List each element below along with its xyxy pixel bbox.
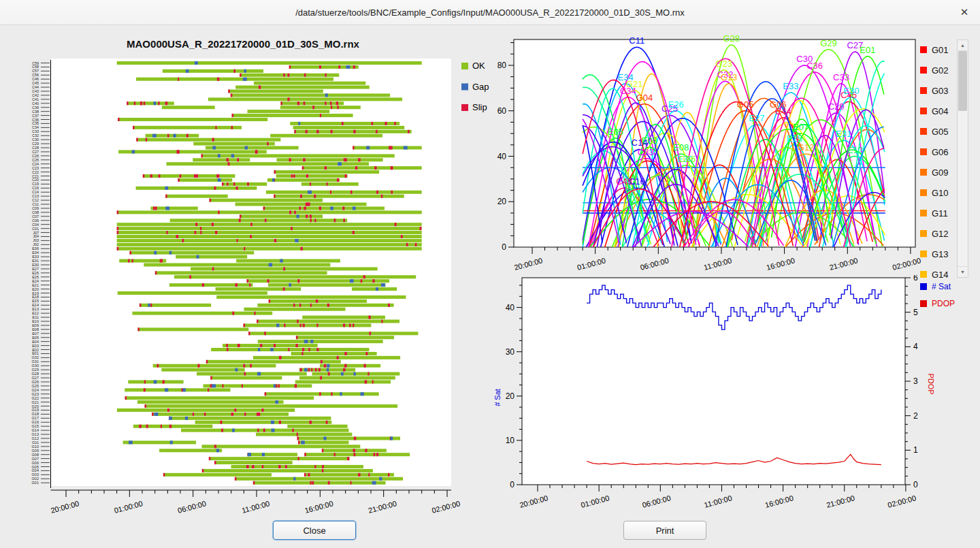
scrollbar-thumb[interactable] (958, 51, 967, 111)
svg-text:E08: E08 (673, 142, 689, 152)
svg-text:16:00:00: 16:00:00 (764, 494, 794, 509)
svg-text:20:00:00: 20:00:00 (513, 256, 543, 272)
svg-text:60: 60 (497, 106, 507, 116)
svg-text:20:00:00: 20:00:00 (50, 499, 80, 515)
legend-item-G11[interactable]: G11 (920, 203, 957, 223)
legend-item-label: G01 (932, 45, 949, 55)
svg-text:E05: E05 (608, 127, 623, 137)
scroll-up-icon[interactable]: ▲ (958, 40, 968, 51)
legend-item-label: G13 (932, 249, 949, 259)
svg-text:6: 6 (913, 275, 918, 283)
svg-text:C33: C33 (833, 72, 849, 82)
legend-item-G06[interactable]: G06 (920, 142, 957, 162)
legend-item-label: G04 (932, 106, 949, 116)
sat-pdop-chart: 010203040# Sat0123456PDOP20:00:0001:00:0… (490, 275, 980, 548)
svg-text:C44: C44 (775, 106, 791, 116)
availability-chart: MAO000USA_R_20221720000_01D_30S_MO.rnx20… (0, 25, 490, 517)
svg-text:E27: E27 (749, 113, 764, 123)
legend-item-G09[interactable]: G09 (920, 162, 957, 182)
svg-text:E12: E12 (847, 145, 863, 155)
svg-text:Slip: Slip (472, 102, 487, 112)
legend-item-label: G12 (932, 229, 949, 239)
svg-text:16:00:00: 16:00:00 (766, 256, 796, 272)
color-swatch (920, 148, 927, 155)
svg-text:3: 3 (913, 376, 918, 386)
legend-item-label: G03 (932, 86, 949, 96)
legend-item-G05[interactable]: G05 (920, 121, 957, 142)
svg-text:2: 2 (913, 411, 918, 421)
svg-text:06:00:00: 06:00:00 (641, 494, 671, 509)
legend-item-G13[interactable]: G13 (920, 244, 957, 264)
window-title: /data/stuerze/tools/BNC/Example_Configs/… (295, 7, 685, 18)
svg-text:01:00:00: 01:00:00 (580, 494, 610, 509)
legend-item-G03[interactable]: G03 (920, 80, 957, 101)
svg-text:0: 0 (502, 242, 506, 252)
legend-item-G01[interactable]: G01 (920, 39, 957, 60)
svg-text:40: 40 (506, 303, 515, 312)
svg-text:E01: E01 (860, 45, 875, 55)
svg-text:C34: C34 (620, 86, 636, 96)
svg-text:G04: G04 (636, 93, 653, 103)
svg-text:5: 5 (913, 308, 918, 317)
svg-text:06:00:00: 06:00:00 (177, 499, 207, 515)
color-swatch (920, 67, 927, 74)
svg-text:02:00:00: 02:00:00 (431, 499, 461, 515)
svg-text:G23: G23 (715, 59, 732, 69)
color-swatch (920, 46, 927, 53)
legend-item-label: G11 (932, 208, 948, 219)
svg-text:16:00:00: 16:00:00 (304, 499, 333, 515)
color-swatch (920, 251, 927, 257)
color-swatch (920, 210, 927, 216)
svg-text:G13: G13 (721, 72, 738, 82)
svg-text:10: 10 (506, 436, 515, 445)
svg-text:01:00:00: 01:00:00 (113, 499, 143, 515)
color-swatch (920, 230, 927, 237)
color-swatch (920, 189, 927, 196)
svg-text:OK: OK (472, 61, 485, 71)
legend-item-label: G05 (932, 127, 949, 137)
svg-text:21:00:00: 21:00:00 (826, 494, 855, 509)
svg-text:0: 0 (510, 480, 514, 489)
svg-text:G12: G12 (798, 142, 815, 152)
svg-text:20: 20 (497, 197, 507, 206)
svg-text:0: 0 (913, 480, 918, 489)
svg-text:20:00:00: 20:00:00 (519, 494, 549, 509)
svg-text:G01: G01 (32, 481, 39, 485)
legend-item-label: G06 (932, 147, 949, 157)
svg-text:MAO000USA_R_20221720000_01D_30: MAO000USA_R_20221720000_01D_30S_MO.rnx (127, 38, 360, 50)
svg-text:G26: G26 (679, 154, 696, 164)
color-swatch (920, 108, 927, 114)
svg-text:06:00:00: 06:00:00 (639, 256, 669, 272)
svg-text:# Sat: # Sat (493, 389, 502, 406)
legend-item-G10[interactable]: G10 (920, 182, 957, 203)
svg-text:11:00:00: 11:00:00 (703, 256, 733, 271)
svg-text:20: 20 (506, 391, 515, 401)
color-swatch (920, 128, 927, 135)
legend-item-G04[interactable]: G04 (920, 101, 957, 121)
legend-item-label: G02 (932, 65, 949, 76)
svg-text:C33: C33 (638, 147, 654, 157)
window-titlebar: /data/stuerze/tools/BNC/Example_Configs/… (0, 0, 980, 25)
svg-text:11:00:00: 11:00:00 (703, 494, 733, 509)
svg-text:E26: E26 (668, 99, 684, 110)
svg-text:PDOP: PDOP (927, 373, 935, 394)
legend-scrollbar[interactable]: ▲ ▼ (957, 39, 968, 278)
svg-text:02:00:00: 02:00:00 (887, 494, 917, 509)
color-swatch (920, 169, 927, 176)
svg-text:01:00:00: 01:00:00 (576, 256, 606, 272)
close-button[interactable]: Close (273, 521, 356, 540)
window-close-icon[interactable]: ✕ (956, 3, 973, 21)
svg-text:21:00:00: 21:00:00 (368, 499, 397, 515)
svg-text:02:00:00: 02:00:00 (892, 256, 921, 272)
print-button[interactable]: Print (623, 521, 706, 540)
legend-item-label: G09 (932, 167, 949, 178)
satellite-legend: G01G02G03G04G05G06G09G10G11G12G13G14 (920, 39, 957, 278)
svg-text:11:00:00: 11:00:00 (241, 499, 271, 514)
elevation-chart: 02040608020:00:0001:00:0006:00:0011:00:0… (490, 25, 980, 275)
svg-text:E30: E30 (843, 86, 859, 96)
svg-text:E07: E07 (793, 122, 808, 132)
legend-item-G02[interactable]: G02 (920, 60, 957, 80)
svg-text:E31: E31 (836, 129, 851, 139)
svg-text:G28: G28 (723, 33, 740, 44)
legend-item-G12[interactable]: G12 (920, 223, 957, 244)
